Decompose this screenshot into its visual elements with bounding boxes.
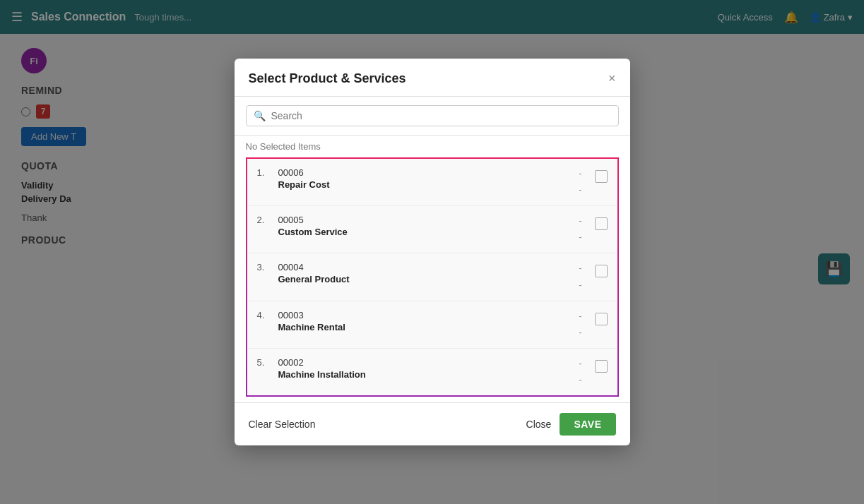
select-product-modal: Select Product & Services × 🔍 No Selecte… [235, 59, 630, 446]
clear-selection-button[interactable]: Clear Selection [249, 419, 316, 430]
item-number: 4. [257, 310, 271, 320]
modal-search-section: 🔍 [235, 97, 630, 136]
item-name: Machine Rental [278, 322, 572, 332]
item-price-1: - [579, 215, 582, 228]
item-name: Machine Installation [278, 369, 572, 380]
item-number: 2. [257, 215, 271, 225]
item-price-1: - [579, 357, 582, 371]
no-selected-items-label: No Selected Items [235, 136, 630, 157]
list-item[interactable]: 2. 00005 Custom Service - - [247, 206, 617, 253]
modal-footer: Clear Selection Close SAVE [235, 402, 630, 445]
item-name: Custom Service [278, 227, 572, 237]
item-code: 00002 [278, 357, 572, 368]
item-checkbox[interactable] [595, 170, 608, 183]
product-list-container: 1. 00006 Repair Cost - - 2. 00005 Custom… [246, 157, 619, 397]
item-price-2: - [579, 231, 582, 244]
item-info: 00004 General Product [278, 262, 572, 284]
item-price-2: - [579, 326, 582, 340]
item-info: 00003 Machine Rental [278, 310, 572, 332]
item-price: - - [579, 357, 582, 387]
close-button[interactable]: Close [526, 419, 552, 430]
item-price: - - [579, 262, 582, 292]
modal-close-button[interactable]: × [608, 72, 616, 85]
modal-overlay: Select Product & Services × 🔍 No Selecte… [0, 0, 864, 504]
item-checkbox[interactable] [595, 313, 608, 325]
modal-header: Select Product & Services × [235, 59, 630, 97]
item-code: 00006 [278, 167, 572, 178]
item-checkbox[interactable] [595, 217, 608, 230]
item-info: 00006 Repair Cost [278, 167, 572, 190]
item-price-1: - [579, 262, 582, 275]
item-code: 00005 [278, 215, 572, 225]
item-name: General Product [278, 274, 572, 284]
item-price: - - [579, 310, 582, 340]
item-price-2: - [579, 184, 582, 197]
item-price: - - [579, 215, 582, 244]
modal-title: Select Product & Services [249, 71, 406, 86]
item-price-2: - [579, 373, 582, 387]
item-checkbox[interactable] [595, 360, 608, 373]
list-item[interactable]: 1. 00006 Repair Cost - - [247, 159, 617, 206]
item-code: 00004 [278, 262, 572, 272]
search-wrapper: 🔍 [246, 105, 619, 126]
item-info: 00002 Machine Installation [278, 357, 572, 380]
item-info: 00005 Custom Service [278, 215, 572, 237]
item-price: - - [579, 167, 582, 197]
search-input[interactable] [271, 110, 611, 121]
item-checkbox[interactable] [595, 265, 608, 277]
footer-right-actions: Close SAVE [526, 413, 616, 436]
list-item[interactable]: 5. 00002 Machine Installation - - [247, 349, 617, 395]
list-item[interactable]: 3. 00004 General Product - - [247, 253, 617, 301]
item-code: 00003 [278, 310, 572, 320]
item-number: 5. [257, 357, 271, 368]
list-item[interactable]: 4. 00003 Machine Rental - - [247, 301, 617, 349]
item-price-1: - [579, 167, 582, 181]
item-price-1: - [579, 310, 582, 323]
item-price-2: - [579, 279, 582, 292]
item-name: Repair Cost [278, 179, 572, 190]
save-button[interactable]: SAVE [560, 413, 615, 436]
item-number: 3. [257, 262, 271, 272]
search-icon: 🔍 [254, 110, 266, 121]
item-number: 1. [257, 167, 271, 178]
